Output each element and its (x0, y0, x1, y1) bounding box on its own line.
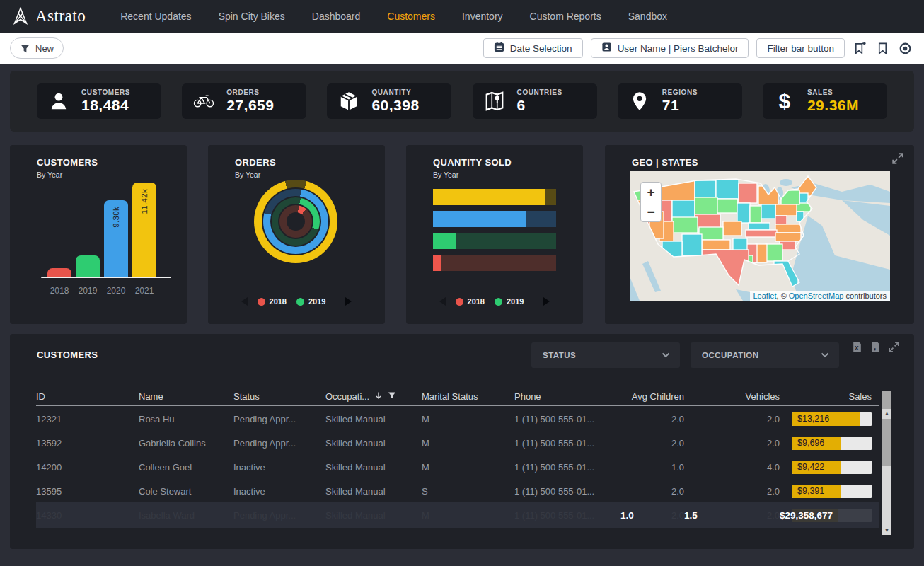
quantity-bar-2019[interactable] (433, 233, 556, 249)
column-header-phone[interactable]: Phone (514, 391, 620, 402)
expand-icon[interactable] (891, 152, 904, 168)
quantity-bar-fill (433, 255, 441, 271)
bar-2020[interactable]: 9.30k (104, 200, 128, 277)
nav-item-sandbox[interactable]: Sandbox (615, 11, 681, 22)
svg-text:X: X (855, 345, 859, 352)
column-header-maritalstatus[interactable]: Marital Status (422, 391, 514, 402)
bookmark-icon[interactable] (875, 41, 890, 56)
filter-icon (388, 391, 396, 402)
date-selection-button[interactable]: Date Selection (483, 38, 583, 58)
table-row[interactable]: 13595Cole StewartInactiveSkilled ManualS… (36, 479, 872, 503)
quantity-bars (433, 189, 556, 277)
sort-desc-icon (374, 391, 383, 402)
legend-prev-icon[interactable] (241, 297, 248, 306)
svg-text:,: , (874, 342, 876, 351)
quantity-bar-2021[interactable] (433, 189, 556, 205)
occupation-filter-dropdown[interactable]: OCCUPATION (691, 342, 839, 368)
map-zoom-out-button[interactable]: − (641, 202, 661, 221)
user-name-piers-batchelor-button[interactable]: User Name | Piers Batchelor (591, 38, 749, 58)
cell-id: 13595 (36, 486, 139, 497)
export-csv-icon[interactable]: , (870, 341, 882, 353)
calendar-icon (494, 42, 504, 54)
column-header-name[interactable]: Name (139, 391, 233, 402)
cell-occupation: Skilled Manual (325, 414, 422, 424)
sales-bar: $9,422 (792, 461, 872, 474)
bar-2019[interactable] (76, 255, 100, 277)
scrollbar-thumb[interactable] (882, 419, 891, 466)
quantity-bar-2020[interactable] (433, 211, 556, 227)
map-zoom-in-button[interactable]: + (641, 183, 661, 202)
legend-item-2018[interactable]: 2018 (456, 297, 485, 306)
column-header-vehicles[interactable]: Vehicles (684, 391, 780, 402)
expand-icon[interactable] (888, 341, 900, 353)
kpi-card-countries: COUNTRIES6 (473, 83, 597, 119)
status-filter-dropdown[interactable]: STATUS (531, 342, 680, 368)
quantity-bar-fill (433, 211, 526, 227)
nav-item-custom-reports[interactable]: Custom Reports (516, 11, 615, 22)
legend-dot (456, 298, 463, 306)
column-header-occupati[interactable]: Occupati... (325, 391, 422, 402)
nav-item-dashboard[interactable]: Dashboard (299, 11, 374, 22)
cell-status: Pending Appr... (233, 414, 325, 424)
legend-item-2018[interactable]: 2018 (258, 297, 287, 306)
new-filter-button[interactable]: New (10, 37, 64, 59)
user-icon (601, 42, 612, 54)
nav-item-recent-updates[interactable]: Recent Updates (107, 11, 204, 22)
kpi-value: 71 (662, 97, 698, 114)
column-header-avgchildren[interactable]: Avg Children (620, 391, 684, 402)
table-row[interactable]: 12321Rosa HuPending Appr...Skilled Manua… (36, 407, 872, 431)
donut-gap (287, 212, 305, 231)
button-label: User Name | Piers Batchelor (618, 43, 739, 54)
x-tick-label: 2020 (104, 286, 128, 296)
quantity-bar-fill (433, 189, 545, 205)
cell-vehicles: 2.0 (684, 414, 780, 424)
legend-next-icon[interactable] (345, 297, 352, 306)
column-header-status[interactable]: Status (233, 391, 325, 402)
map-attribution: Leaflet, © OpenStreetMap contributors (750, 291, 891, 301)
cell-vehicles: 2.0 (684, 486, 780, 497)
kpi-text: COUNTRIES6 (517, 88, 562, 114)
table-scrollbar[interactable]: ▲ ▼ (882, 391, 891, 535)
openstreetmap-link[interactable]: OpenStreetMap (789, 291, 844, 300)
legend-item-2019[interactable]: 2019 (495, 297, 524, 306)
customers-chart-subtitle: By Year (37, 171, 62, 179)
nav-item-inventory[interactable]: Inventory (449, 11, 516, 22)
filter-bar-button-button[interactable]: Filter bar button (756, 38, 845, 58)
cell-name: Rosa Hu (139, 414, 233, 424)
sales-value: $13,216 (797, 414, 829, 424)
bar-value-label: 9.30k (112, 207, 120, 228)
table-row[interactable]: 13592Gabriella CollinsPending Appr...Ski… (36, 431, 872, 455)
legend-prev-icon[interactable] (439, 297, 446, 306)
kpi-value: 29.36M (807, 97, 859, 114)
bar-2021[interactable]: 11.42k (132, 183, 156, 277)
column-header-label: Occupati... (325, 391, 369, 402)
new-filter-label: New (35, 43, 54, 54)
kpi-label: COUNTRIES (517, 88, 562, 96)
us-map[interactable]: + − Leaflet, © OpenStreetMap contributor… (630, 171, 890, 301)
cell-vehicles: 2.0 (684, 438, 780, 449)
cell-status: Pending Appr... (233, 438, 325, 449)
kpi-panel: CUSTOMERS18,484ORDERS27,659QUANTITY60,39… (10, 71, 914, 132)
leaflet-link[interactable]: Leaflet (753, 291, 777, 300)
table-row[interactable]: 14200Colleen GoelInactiveSkilled ManualM… (36, 455, 872, 479)
legend-item-2019[interactable]: 2019 (296, 297, 325, 306)
cell-sales: $9,422 (780, 461, 872, 474)
kpi-card-orders: ORDERS27,659 (182, 83, 306, 119)
quantity-bar-2018[interactable] (433, 255, 556, 271)
export-excel-icon[interactable]: X (851, 341, 863, 353)
scroll-up-icon[interactable]: ▲ (882, 411, 891, 417)
kpi-label: REGIONS (662, 88, 698, 96)
kpi-card-quantity: QUANTITY60,398 (327, 83, 451, 119)
nav-item-spin-city-bikes[interactable]: Spin City Bikes (205, 11, 299, 22)
eye-icon[interactable] (898, 41, 913, 56)
scroll-down-icon[interactable]: ▼ (882, 528, 891, 533)
button-label: Filter bar button (767, 43, 834, 54)
column-header-id[interactable]: ID (36, 391, 139, 402)
column-header-sales[interactable]: Sales (780, 391, 872, 402)
kpi-value: 18,484 (81, 97, 130, 114)
bookmark-add-icon[interactable] (853, 41, 867, 56)
legend-next-icon[interactable] (543, 297, 550, 306)
cell-marital: M (422, 462, 514, 473)
nav-item-customers[interactable]: Customers (374, 11, 449, 22)
brand[interactable]: Astrato (11, 7, 86, 25)
